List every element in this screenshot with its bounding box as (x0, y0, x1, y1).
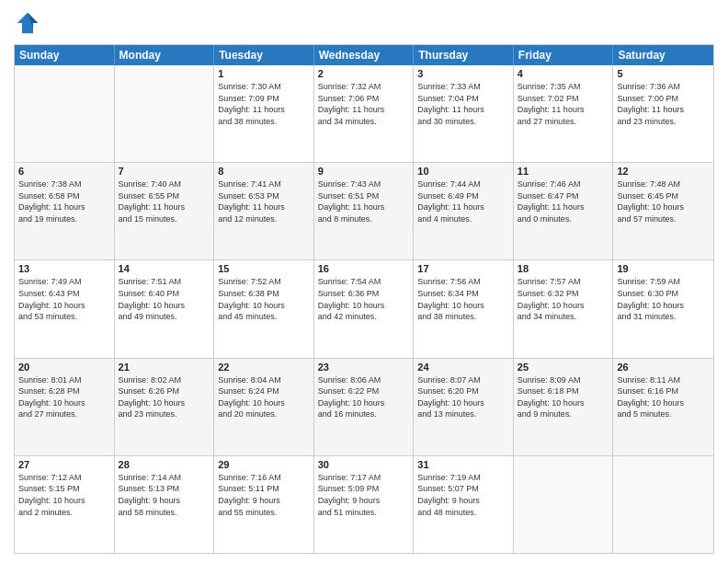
day-info: Sunrise: 7:43 AM Sunset: 6:51 PM Dayligh… (318, 178, 410, 224)
day-number: 23 (318, 362, 410, 373)
calendar-cell (15, 65, 115, 162)
calendar-cell: 12Sunrise: 7:48 AM Sunset: 6:45 PM Dayli… (613, 163, 713, 259)
calendar-cell: 18Sunrise: 7:57 AM Sunset: 6:32 PM Dayli… (514, 260, 614, 357)
calendar-cell: 31Sunrise: 7:19 AM Sunset: 5:07 PM Dayli… (414, 456, 514, 553)
page: SundayMondayTuesdayWednesdayThursdayFrid… (0, 0, 728, 563)
day-info: Sunrise: 7:12 AM Sunset: 5:15 PM Dayligh… (18, 472, 110, 518)
day-info: Sunrise: 7:51 AM Sunset: 6:40 PM Dayligh… (119, 276, 210, 322)
calendar-cell: 23Sunrise: 8:06 AM Sunset: 6:22 PM Dayli… (314, 359, 415, 455)
calendar-cell: 16Sunrise: 7:54 AM Sunset: 6:36 PM Dayli… (314, 260, 415, 357)
calendar-cell: 7Sunrise: 7:40 AM Sunset: 6:55 PM Daylig… (115, 163, 215, 259)
calendar-header-cell: Monday (115, 45, 215, 65)
calendar-cell: 4Sunrise: 7:35 AM Sunset: 7:02 PM Daylig… (514, 65, 614, 162)
day-number: 14 (119, 263, 210, 274)
day-info: Sunrise: 7:33 AM Sunset: 7:04 PM Dayligh… (417, 81, 509, 127)
calendar-cell: 17Sunrise: 7:56 AM Sunset: 6:34 PM Dayli… (414, 260, 514, 357)
day-info: Sunrise: 7:30 AM Sunset: 7:09 PM Dayligh… (218, 81, 310, 127)
day-number: 5 (617, 68, 710, 79)
day-info: Sunrise: 7:57 AM Sunset: 6:32 PM Dayligh… (518, 276, 609, 322)
calendar-header-cell: Sunday (15, 45, 115, 65)
day-info: Sunrise: 7:32 AM Sunset: 7:06 PM Dayligh… (318, 81, 410, 127)
calendar-cell (613, 456, 713, 553)
logo-icon (14, 9, 41, 37)
day-number: 6 (18, 166, 110, 177)
day-info: Sunrise: 8:11 AM Sunset: 6:16 PM Dayligh… (617, 374, 710, 420)
day-number: 11 (518, 166, 609, 177)
calendar-cell: 28Sunrise: 7:14 AM Sunset: 5:13 PM Dayli… (115, 456, 215, 553)
calendar-row: 13Sunrise: 7:49 AM Sunset: 6:43 PM Dayli… (15, 259, 713, 357)
calendar-cell: 2Sunrise: 7:32 AM Sunset: 7:06 PM Daylig… (314, 65, 415, 162)
calendar-cell (514, 456, 614, 553)
day-number: 31 (417, 459, 509, 470)
calendar-cell: 27Sunrise: 7:12 AM Sunset: 5:15 PM Dayli… (15, 456, 115, 553)
day-info: Sunrise: 7:52 AM Sunset: 6:38 PM Dayligh… (218, 276, 310, 322)
calendar-header-cell: Wednesday (314, 45, 415, 65)
day-info: Sunrise: 7:16 AM Sunset: 5:11 PM Dayligh… (218, 472, 310, 518)
day-info: Sunrise: 8:01 AM Sunset: 6:28 PM Dayligh… (18, 374, 110, 420)
day-number: 9 (318, 166, 410, 177)
calendar-cell (115, 65, 215, 162)
calendar-cell: 13Sunrise: 7:49 AM Sunset: 6:43 PM Dayli… (15, 260, 115, 357)
day-number: 2 (318, 68, 410, 79)
header (14, 9, 714, 37)
day-info: Sunrise: 7:46 AM Sunset: 6:47 PM Dayligh… (518, 178, 609, 224)
day-info: Sunrise: 7:44 AM Sunset: 6:49 PM Dayligh… (417, 178, 509, 224)
day-number: 12 (617, 166, 710, 177)
calendar-header-cell: Thursday (414, 45, 514, 65)
day-number: 30 (318, 459, 410, 470)
calendar-cell: 24Sunrise: 8:07 AM Sunset: 6:20 PM Dayli… (414, 359, 514, 455)
day-info: Sunrise: 7:49 AM Sunset: 6:43 PM Dayligh… (18, 276, 110, 322)
calendar-header-cell: Friday (514, 45, 614, 65)
calendar-row: 6Sunrise: 7:38 AM Sunset: 6:58 PM Daylig… (15, 162, 713, 259)
day-number: 15 (218, 263, 310, 274)
calendar-body: 1Sunrise: 7:30 AM Sunset: 7:09 PM Daylig… (15, 65, 713, 553)
day-info: Sunrise: 7:35 AM Sunset: 7:02 PM Dayligh… (518, 81, 609, 127)
day-number: 4 (518, 68, 609, 79)
calendar-row: 27Sunrise: 7:12 AM Sunset: 5:15 PM Dayli… (15, 455, 713, 553)
day-number: 28 (119, 459, 210, 470)
day-info: Sunrise: 8:06 AM Sunset: 6:22 PM Dayligh… (318, 374, 410, 420)
calendar-cell: 26Sunrise: 8:11 AM Sunset: 6:16 PM Dayli… (613, 359, 713, 455)
day-number: 3 (417, 68, 509, 79)
day-info: Sunrise: 7:19 AM Sunset: 5:07 PM Dayligh… (417, 472, 509, 518)
day-number: 24 (417, 362, 509, 373)
day-number: 20 (18, 362, 110, 373)
day-info: Sunrise: 8:02 AM Sunset: 6:26 PM Dayligh… (119, 374, 210, 420)
day-number: 21 (119, 362, 210, 373)
day-number: 16 (318, 263, 410, 274)
calendar-header-cell: Saturday (613, 45, 713, 65)
calendar-cell: 5Sunrise: 7:36 AM Sunset: 7:00 PM Daylig… (613, 65, 713, 162)
calendar-cell: 6Sunrise: 7:38 AM Sunset: 6:58 PM Daylig… (15, 163, 115, 259)
day-info: Sunrise: 7:38 AM Sunset: 6:58 PM Dayligh… (18, 178, 110, 224)
calendar-cell: 3Sunrise: 7:33 AM Sunset: 7:04 PM Daylig… (414, 65, 514, 162)
calendar-cell: 29Sunrise: 7:16 AM Sunset: 5:11 PM Dayli… (214, 456, 314, 553)
calendar-cell: 10Sunrise: 7:44 AM Sunset: 6:49 PM Dayli… (414, 163, 514, 259)
day-number: 13 (18, 263, 110, 274)
calendar-header-cell: Tuesday (214, 45, 314, 65)
day-number: 18 (518, 263, 609, 274)
calendar-cell: 8Sunrise: 7:41 AM Sunset: 6:53 PM Daylig… (214, 163, 314, 259)
calendar-cell: 25Sunrise: 8:09 AM Sunset: 6:18 PM Dayli… (514, 359, 614, 455)
day-number: 10 (417, 166, 509, 177)
calendar-cell: 15Sunrise: 7:52 AM Sunset: 6:38 PM Dayli… (214, 260, 314, 357)
day-info: Sunrise: 7:36 AM Sunset: 7:00 PM Dayligh… (617, 81, 710, 127)
day-number: 17 (417, 263, 509, 274)
logo (14, 9, 43, 37)
day-number: 27 (18, 459, 110, 470)
calendar-cell: 21Sunrise: 8:02 AM Sunset: 6:26 PM Dayli… (115, 359, 215, 455)
day-info: Sunrise: 7:14 AM Sunset: 5:13 PM Dayligh… (119, 472, 210, 518)
day-number: 1 (218, 68, 310, 79)
day-info: Sunrise: 7:41 AM Sunset: 6:53 PM Dayligh… (218, 178, 310, 224)
day-info: Sunrise: 8:04 AM Sunset: 6:24 PM Dayligh… (218, 374, 310, 420)
day-info: Sunrise: 7:56 AM Sunset: 6:34 PM Dayligh… (417, 276, 509, 322)
day-number: 29 (218, 459, 310, 470)
calendar: SundayMondayTuesdayWednesdayThursdayFrid… (14, 44, 714, 554)
day-number: 25 (518, 362, 609, 373)
day-number: 7 (119, 166, 210, 177)
calendar-cell: 30Sunrise: 7:17 AM Sunset: 5:09 PM Dayli… (314, 456, 415, 553)
calendar-cell: 20Sunrise: 8:01 AM Sunset: 6:28 PM Dayli… (15, 359, 115, 455)
day-info: Sunrise: 7:54 AM Sunset: 6:36 PM Dayligh… (318, 276, 410, 322)
day-info: Sunrise: 7:17 AM Sunset: 5:09 PM Dayligh… (318, 472, 410, 518)
calendar-cell: 14Sunrise: 7:51 AM Sunset: 6:40 PM Dayli… (115, 260, 215, 357)
day-number: 19 (617, 263, 710, 274)
